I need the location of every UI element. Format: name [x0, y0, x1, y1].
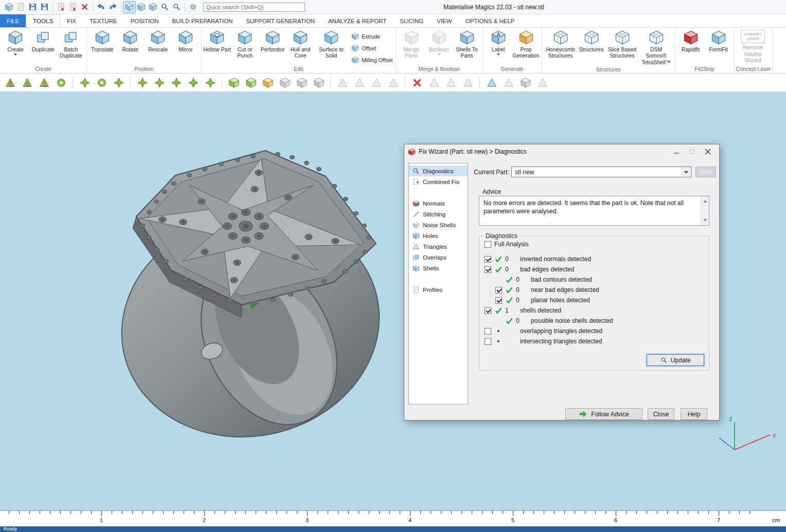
close-icon[interactable]	[700, 146, 716, 157]
diagnostic-checkbox[interactable]	[495, 297, 502, 304]
redo-icon[interactable]	[107, 2, 119, 13]
mirror-button[interactable]: Mirror	[172, 29, 200, 52]
export-part-icon[interactable]	[67, 2, 79, 13]
sidebar-item-profiles[interactable]: Profiles	[409, 284, 468, 295]
settings-gear-icon[interactable]	[187, 2, 199, 13]
batch-duplicate-button[interactable]: Batch Duplicate	[57, 29, 85, 59]
duplicate-button[interactable]: Duplicate	[29, 29, 57, 52]
tab-tools[interactable]: TOOLS	[26, 14, 60, 27]
full-analysis-row[interactable]: Full Analysis	[485, 241, 529, 248]
surface-to-solid-button[interactable]: Surface to Solid	[314, 29, 348, 59]
offset-button[interactable]: Offset	[351, 44, 393, 52]
delete-marked-tool[interactable]	[410, 76, 424, 89]
remove-part-icon[interactable]	[79, 2, 91, 13]
zoom-in-icon[interactable]	[159, 2, 171, 13]
save-all-icon[interactable]	[39, 2, 50, 13]
dsm-somos-tetrashell-button[interactable]: DSM Somos® TetraShell™	[639, 29, 673, 65]
tab-fix[interactable]: FIX	[60, 14, 83, 27]
diagnostic-checkbox[interactable]	[495, 287, 502, 293]
undo-icon[interactable]	[95, 2, 107, 13]
freeform-mark-tool[interactable]	[112, 76, 126, 89]
front-view-icon[interactable]	[147, 2, 159, 13]
slice-based-structures-button[interactable]: Slice Based Structures	[605, 29, 639, 59]
diagnostic-checkbox[interactable]	[485, 266, 491, 273]
sidebar-item-combined-fix[interactable]: Combined Fix	[409, 176, 468, 187]
label-button[interactable]: Label	[485, 29, 512, 57]
import-part-icon[interactable]	[55, 2, 67, 13]
color-part-tool[interactable]	[261, 76, 275, 89]
diagnostic-checkbox[interactable]	[485, 328, 491, 335]
sidebar-item-noise-shells[interactable]: Noise Shells	[409, 219, 468, 230]
tab-support-generation[interactable]: SUPPORT GENERATION	[239, 14, 321, 27]
rotate-button[interactable]: Rotate	[116, 29, 144, 52]
cut-or-punch-button[interactable]: Cut or Punch	[231, 29, 259, 59]
follow-advice-button[interactable]: Follow Advice	[565, 408, 642, 420]
mark-shells-tool[interactable]	[54, 76, 68, 89]
mark-surfaces-tool[interactable]	[37, 76, 51, 89]
swap-edge-tool[interactable]	[386, 76, 400, 89]
sidebar-item-shells[interactable]: Shells	[409, 263, 468, 273]
next-button[interactable]: Next	[695, 167, 716, 177]
current-part-select[interactable]: stl new	[511, 167, 691, 177]
scroll-up-icon[interactable]	[703, 198, 707, 203]
unify-shells-tool[interactable]	[227, 76, 241, 89]
unmark-all-tool[interactable]	[169, 76, 183, 89]
mark-triangles-tool[interactable]	[3, 76, 17, 89]
new-scene-icon[interactable]	[15, 2, 27, 13]
create-triangle-tool[interactable]	[427, 76, 441, 89]
diagnostic-checkbox[interactable]	[485, 307, 491, 314]
minimize-button[interactable]	[669, 146, 685, 157]
shell-info-tool[interactable]	[519, 76, 532, 89]
invert-marking-tool[interactable]	[186, 76, 200, 89]
perforator-button[interactable]: Perforator	[259, 29, 287, 52]
sidebar-item-holes[interactable]: Holes	[409, 230, 468, 241]
grow-marking-tool[interactable]	[203, 76, 217, 89]
update-button[interactable]: Update	[647, 354, 704, 366]
magics-app-icon[interactable]	[3, 2, 15, 13]
tab-view[interactable]: VIEW	[430, 14, 458, 27]
section-view-tool[interactable]	[312, 76, 326, 89]
stitch-marked-tool[interactable]	[461, 76, 475, 89]
diagnostic-checkbox[interactable]	[485, 338, 491, 345]
cube-view-tool[interactable]	[278, 76, 292, 89]
maximize-button[interactable]	[685, 146, 700, 157]
mark-all-tool[interactable]	[152, 76, 166, 89]
bridge-gap-tool[interactable]	[444, 76, 458, 89]
extract-shell-tool[interactable]	[244, 76, 258, 89]
tab-build-preparation[interactable]: BUILD PREPARATION	[166, 14, 240, 27]
prop-generation-button[interactable]: Prop Generation	[512, 29, 540, 59]
shells-to-parts-button[interactable]: Shells To Parts	[453, 29, 481, 59]
tab-options-help[interactable]: OPTIONS & HELP	[459, 14, 522, 27]
hollow-part-button[interactable]: Hollow Part	[203, 29, 231, 52]
hull-and-core-button[interactable]: Hull and Core	[287, 29, 314, 59]
structures-button[interactable]: Structures	[578, 29, 605, 52]
tab-slicing[interactable]: SLICING	[393, 14, 430, 27]
circle-mark-tool[interactable]	[95, 76, 109, 89]
sidebar-item-overlaps[interactable]: Overlaps	[409, 252, 468, 263]
full-analysis-checkbox[interactable]	[485, 241, 491, 248]
3d-viewport[interactable]: z x Fix Wizard (Part: stl new) > Diagnos…	[0, 91, 786, 510]
brush-mark-tool[interactable]	[135, 76, 149, 89]
tab-file[interactable]: FILE	[0, 14, 26, 27]
milling-offset-button[interactable]: Milling Offset	[351, 56, 393, 64]
smooth-triangles-tool[interactable]	[335, 76, 349, 89]
sidebar-item-diagnostics[interactable]: Diagnostics	[409, 166, 468, 176]
split-edge-tool[interactable]	[502, 76, 515, 89]
dialog-titlebar[interactable]: Fix Wizard (Part: stl new) > Diagnostics	[404, 144, 719, 159]
tab-position[interactable]: POSITION	[124, 14, 166, 27]
rectangle-mark-tool[interactable]	[78, 76, 92, 89]
extrude-button[interactable]: Extrude	[351, 32, 393, 40]
zoom-fit-icon[interactable]	[171, 2, 183, 13]
create-button[interactable]: Create	[2, 29, 29, 57]
honeycomb-structures-button[interactable]: Honeycomb Structures	[544, 29, 578, 59]
default-view-icon[interactable]	[123, 2, 135, 13]
triangle-info-tool[interactable]	[535, 76, 549, 89]
tab-texture[interactable]: TEXTURE	[83, 14, 124, 27]
advice-scrollbar[interactable]	[701, 196, 709, 225]
orient-triangle-tool[interactable]	[485, 76, 498, 89]
translate-button[interactable]: Translate	[88, 29, 116, 52]
collapse-edge-tool[interactable]	[369, 76, 383, 89]
rapidfit-button[interactable]: Rapidfit	[677, 29, 705, 52]
sidebar-item-normals[interactable]: Normals	[409, 198, 468, 209]
sidebar-item-triangles[interactable]: Triangles	[409, 241, 468, 252]
